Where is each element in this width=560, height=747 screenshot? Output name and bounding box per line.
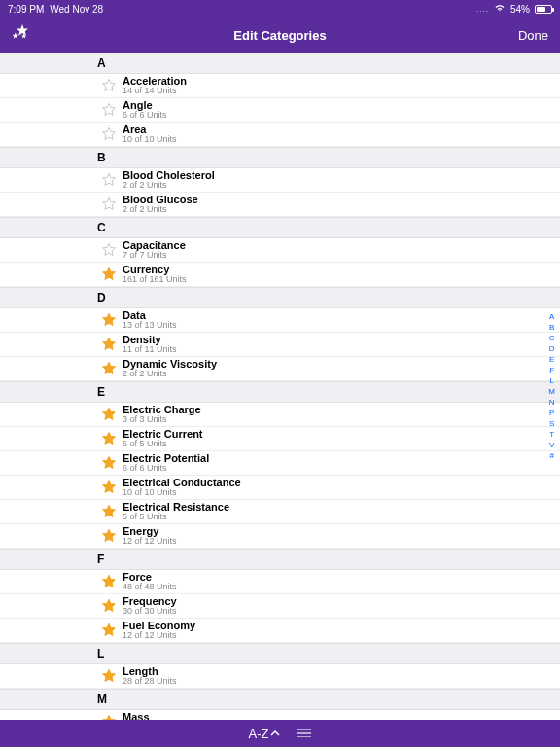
category-row[interactable]: Electrical Resistance5 of 5 Units [0,500,560,524]
category-row[interactable]: Length28 of 28 Units [0,664,560,689]
category-row[interactable]: Currency161 of 161 Units [0,263,560,287]
category-name: Mass [122,712,177,721]
index-letter[interactable]: C [545,334,558,342]
category-units: 10 of 10 Units [122,488,241,497]
index-letter[interactable]: S [545,419,558,428]
category-row[interactable]: Energy12 of 12 Units [0,524,560,549]
battery-pct: 54% [510,4,530,15]
category-row[interactable]: Area10 of 10 Units [0,123,560,147]
category-units: 48 of 48 Units [122,583,177,591]
category-units: 14 of 14 Units [122,87,187,95]
alpha-index[interactable]: ABCDEFLMNPSTV# [545,312,558,460]
index-letter[interactable]: A [545,312,558,321]
category-row[interactable]: Force48 of 48 Units [0,570,560,594]
category-units: 10 of 10 Units [122,135,177,144]
index-letter[interactable]: E [545,355,558,364]
favorite-star-icon[interactable] [101,102,117,118]
svg-marker-0 [17,24,28,36]
category-units: 6 of 6 Units [122,111,167,120]
section-header: E [0,381,560,403]
favorite-star-icon[interactable] [101,242,117,258]
sort-az-button[interactable]: A-Z [249,727,281,741]
section-header: D [0,287,560,308]
favorite-star-icon[interactable] [101,668,117,684]
index-letter[interactable]: F [545,366,558,374]
category-units: 161 of 161 Units [122,275,187,284]
index-letter[interactable]: N [545,398,558,407]
section-header: M [0,689,560,710]
favorite-star-icon[interactable] [101,574,117,589]
category-row[interactable]: Dynamic Viscosity2 of 2 Units [0,357,560,381]
category-row[interactable]: Angle6 of 6 Units [0,98,560,123]
index-letter[interactable]: P [545,409,558,417]
category-row[interactable]: Electric Charge3 of 3 Units [0,403,560,427]
favorite-star-icon[interactable] [101,528,117,544]
category-units: 3 of 3 Units [122,415,201,424]
category-units: 12 of 12 Units [122,537,177,546]
cellular-icon: .... [476,5,489,14]
favorite-star-icon[interactable] [101,455,117,471]
svg-marker-2 [21,33,26,38]
favorite-star-icon[interactable] [101,196,117,212]
favorite-star-icon[interactable] [101,622,117,638]
nav-bar: Edit Categories Done [0,18,560,53]
favorite-star-icon[interactable] [101,504,117,519]
category-row[interactable]: Data13 of 13 Units [0,308,560,333]
index-letter[interactable]: B [545,323,558,332]
category-row[interactable]: Electrical Conductance10 of 10 Units [0,476,560,500]
favorite-star-icon[interactable] [101,480,117,495]
category-units: 5 of 5 Units [122,440,203,448]
category-list: AAcceleration14 of 14 UnitsAngle6 of 6 U… [0,53,560,720]
status-date: Wed Nov 28 [50,4,103,15]
category-row[interactable]: Mass19 of 19 Units [0,710,560,720]
category-units: 5 of 5 Units [122,513,229,521]
app-logo-icon[interactable] [12,23,33,48]
category-row[interactable]: Fuel Economy12 of 12 Units [0,619,560,643]
category-row[interactable]: Density11 of 11 Units [0,333,560,357]
section-header: F [0,549,560,570]
category-units: 2 of 2 Units [122,181,215,190]
wifi-icon [494,3,506,15]
battery-icon [535,5,552,14]
category-units: 28 of 28 Units [122,677,177,686]
category-row[interactable]: Acceleration14 of 14 Units [0,74,560,98]
index-letter[interactable]: M [545,387,558,396]
favorite-star-icon[interactable] [101,267,117,282]
chevron-up-icon [270,729,280,738]
index-letter[interactable]: D [545,344,558,353]
category-units: 30 of 30 Units [122,607,177,616]
index-letter[interactable]: L [545,376,558,385]
status-bar: 7:09 PM Wed Nov 28 .... 54% [0,0,560,18]
done-button[interactable]: Done [518,28,548,43]
index-letter[interactable]: T [545,430,558,439]
category-row[interactable]: Electric Potential6 of 6 Units [0,451,560,476]
favorite-star-icon[interactable] [101,78,117,93]
status-time: 7:09 PM [8,4,44,15]
category-units: 13 of 13 Units [122,321,177,330]
category-row[interactable]: Frequency30 of 30 Units [0,594,560,619]
favorite-star-icon[interactable] [101,172,117,188]
section-header: L [0,643,560,664]
category-units: 7 of 7 Units [122,251,186,260]
category-units: 2 of 2 Units [122,205,198,214]
category-units: 11 of 11 Units [122,345,177,354]
category-row[interactable]: Electric Current5 of 5 Units [0,427,560,451]
category-row[interactable]: Blood Cholesterol2 of 2 Units [0,168,560,193]
section-header: A [0,53,560,74]
category-units: 12 of 12 Units [122,631,195,640]
section-header: C [0,217,560,238]
category-units: 6 of 6 Units [122,464,209,473]
index-letter[interactable]: # [545,451,558,460]
favorite-star-icon[interactable] [101,598,117,614]
favorite-star-icon[interactable] [101,361,117,376]
favorite-star-icon[interactable] [101,407,117,422]
favorite-star-icon[interactable] [101,312,117,328]
favorite-star-icon[interactable] [101,126,117,142]
category-row[interactable]: Capacitance7 of 7 Units [0,238,560,263]
favorite-star-icon[interactable] [101,337,117,352]
favorite-star-icon[interactable] [101,431,117,446]
section-header: B [0,147,560,168]
category-row[interactable]: Blood Glucose2 of 2 Units [0,193,560,217]
index-letter[interactable]: V [545,441,558,449]
sort-custom-button[interactable] [298,729,311,738]
